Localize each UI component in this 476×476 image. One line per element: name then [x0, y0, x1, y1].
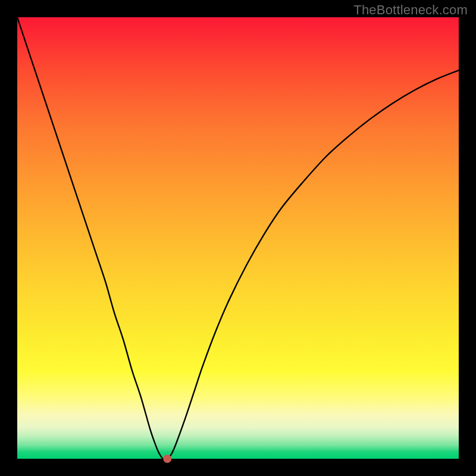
chart-frame: TheBottleneck.com	[0, 0, 476, 476]
bottleneck-plot	[17, 17, 459, 459]
bottleneck-curve	[17, 17, 459, 459]
plot-svg	[17, 17, 459, 459]
minimum-marker	[163, 455, 171, 463]
watermark-text: TheBottleneck.com	[353, 2, 468, 18]
